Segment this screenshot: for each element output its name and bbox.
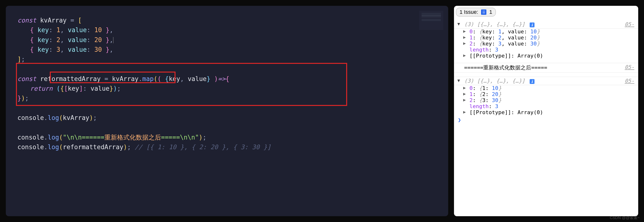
number: 2 bbox=[56, 36, 60, 44]
console-entry[interactable]: ▼ (3) [{…}, {…}, {…}] i 05- bbox=[454, 20, 638, 28]
code-line: const reformattedArray = kvArray.map(( {… bbox=[18, 74, 436, 84]
array-prototype[interactable]: ▶ [[Prototype]]: Array(0) bbox=[454, 109, 638, 115]
prop-key: key bbox=[38, 36, 49, 44]
watermark: CSDN @@索素~ bbox=[610, 216, 640, 220]
proto-label: [[Prototype]] bbox=[470, 109, 511, 115]
code-blank bbox=[18, 64, 436, 74]
array-item[interactable]: ▶ 1: {key: 2, value: 20} bbox=[454, 34, 638, 41]
console-obj: console bbox=[18, 114, 44, 122]
issues-button[interactable]: 1 Issue: ☰ 1 bbox=[456, 8, 496, 16]
caret-right-icon[interactable]: ▶ bbox=[463, 28, 466, 34]
obj-key: key bbox=[482, 28, 492, 34]
cursor bbox=[113, 37, 114, 43]
caret-right-icon[interactable]: ▶ bbox=[463, 109, 466, 114]
caret-right-icon[interactable]: ▶ bbox=[463, 53, 466, 58]
caret-right-icon[interactable]: ▶ bbox=[463, 91, 466, 96]
prop-value: value bbox=[68, 26, 87, 34]
keyword-return: return bbox=[30, 85, 53, 92]
length-label: length bbox=[470, 103, 488, 109]
identifier-reformatted: reformattedArray bbox=[40, 75, 100, 82]
separator bbox=[454, 59, 638, 63]
caret-right-icon[interactable]: ▶ bbox=[463, 41, 466, 46]
issues-count: 1 bbox=[489, 9, 492, 15]
code-line: { key: 2, value: 20 }, bbox=[18, 35, 436, 45]
param-value: value bbox=[188, 75, 206, 82]
caret-down-icon[interactable]: ▼ bbox=[458, 78, 460, 83]
obj-val: 20 bbox=[530, 34, 537, 41]
method-map: map bbox=[142, 75, 154, 82]
array-index: 0 bbox=[470, 85, 472, 91]
prop-value: value bbox=[68, 46, 87, 53]
number: 20 bbox=[94, 36, 102, 44]
obj-key: 3 bbox=[482, 97, 486, 103]
obj-key: 1 bbox=[482, 85, 486, 91]
array-item[interactable]: ▶ 0: {key: 1, value: 10} bbox=[454, 28, 638, 34]
console-prompt[interactable]: ❯ bbox=[454, 115, 638, 124]
code-line: console.log("\n\n======重新格式化数据之后=====\n\… bbox=[18, 132, 436, 142]
number: 3 bbox=[56, 46, 60, 53]
obj-key: value bbox=[508, 28, 524, 34]
caret-right-icon[interactable]: ▶ bbox=[463, 34, 466, 40]
source-link[interactable]: 05- bbox=[625, 21, 634, 27]
source-link[interactable]: 05- bbox=[625, 78, 634, 84]
identifier-kvarray: kvArray bbox=[40, 17, 67, 24]
array-item[interactable]: ▶ 1: {2: 20} bbox=[454, 91, 638, 97]
array-index: 1 bbox=[470, 91, 472, 97]
computed-key: key bbox=[68, 85, 79, 92]
string-cn: 重新格式化数据之后 bbox=[104, 134, 161, 141]
number: 10 bbox=[94, 26, 102, 34]
obj-val: 30 bbox=[492, 97, 498, 103]
code-line: { key: 1, value: 10 }, bbox=[18, 25, 436, 35]
length-value: 3 bbox=[495, 103, 498, 109]
code-line: const kvArray = [ bbox=[18, 16, 436, 25]
minimap[interactable] bbox=[419, 11, 443, 30]
caret-right-icon[interactable]: ▶ bbox=[463, 97, 466, 102]
source-link[interactable]: 05- bbox=[625, 64, 634, 71]
console-entry[interactable]: ▼ (3) [{…}, {…}, {…}] i 05- bbox=[454, 77, 638, 85]
array-length: length: 3 bbox=[454, 47, 638, 53]
console-log-text: ======重新格式化数据之后===== 05- bbox=[454, 63, 638, 72]
code-line: return ({[key]: value}); bbox=[18, 84, 436, 93]
info-icon[interactable]: i bbox=[530, 22, 534, 27]
obj-key: key bbox=[482, 34, 492, 41]
proto-value: Array(0) bbox=[518, 53, 543, 59]
obj-key: value bbox=[508, 34, 524, 41]
obj-key: value bbox=[508, 41, 524, 47]
code-editor[interactable]: const kvArray = [ { key: 1, value: 10 },… bbox=[6, 6, 448, 216]
keyword-const: const bbox=[18, 75, 36, 82]
obj-val: 30 bbox=[530, 41, 537, 47]
caret-down-icon[interactable]: ▼ bbox=[458, 21, 460, 26]
code-line: { key: 3, value: 30 }, bbox=[18, 45, 436, 54]
console-output: ▼ (3) [{…}, {…}, {…}] i 05- ▶ 0: {key: 1… bbox=[454, 18, 638, 216]
code-line: ]; bbox=[18, 54, 436, 64]
array-item[interactable]: ▶ 2: {3: 30} bbox=[454, 97, 638, 103]
obj-key: key bbox=[482, 41, 492, 47]
equals: = bbox=[70, 17, 74, 24]
number: 30 bbox=[94, 46, 102, 53]
caret-right-icon[interactable]: ▶ bbox=[463, 85, 466, 90]
value-ref: value bbox=[90, 85, 109, 92]
obj-val: 10 bbox=[530, 28, 537, 34]
array-length: length: 3 bbox=[454, 103, 638, 109]
length-value: 3 bbox=[495, 47, 498, 53]
issues-label: 1 Issue: bbox=[460, 9, 478, 15]
length-label: length bbox=[470, 47, 488, 53]
info-icon[interactable]: i bbox=[530, 79, 534, 84]
array-summary: (3) [{…}, {…}, {…}] bbox=[464, 21, 525, 27]
code-blank bbox=[18, 103, 436, 113]
devtools-console[interactable]: 1 Issue: ☰ 1 ▼ (3) [{…}, {…}, {…}] i 05-… bbox=[454, 6, 638, 216]
obj-key: 2 bbox=[482, 91, 486, 97]
array-item[interactable]: ▶ 0: {1: 10} bbox=[454, 85, 638, 91]
string-part-a: "\n\n====== bbox=[63, 134, 104, 141]
array-item[interactable]: ▶ 2: {key: 3, value: 30} bbox=[454, 41, 638, 47]
separator-text: ======重新格式化数据之后===== bbox=[464, 64, 547, 71]
array-index: 1 bbox=[470, 34, 472, 41]
array-prototype[interactable]: ▶ [[Prototype]]: Array(0) bbox=[454, 53, 638, 59]
prop-key: key bbox=[38, 46, 49, 53]
obj-val: 2 bbox=[498, 34, 501, 41]
array-index: 2 bbox=[470, 97, 472, 103]
obj-val: 20 bbox=[492, 91, 498, 97]
method-log: log bbox=[48, 114, 59, 122]
prompt-icon: ❯ bbox=[458, 117, 461, 123]
prop-value: value bbox=[68, 36, 87, 44]
